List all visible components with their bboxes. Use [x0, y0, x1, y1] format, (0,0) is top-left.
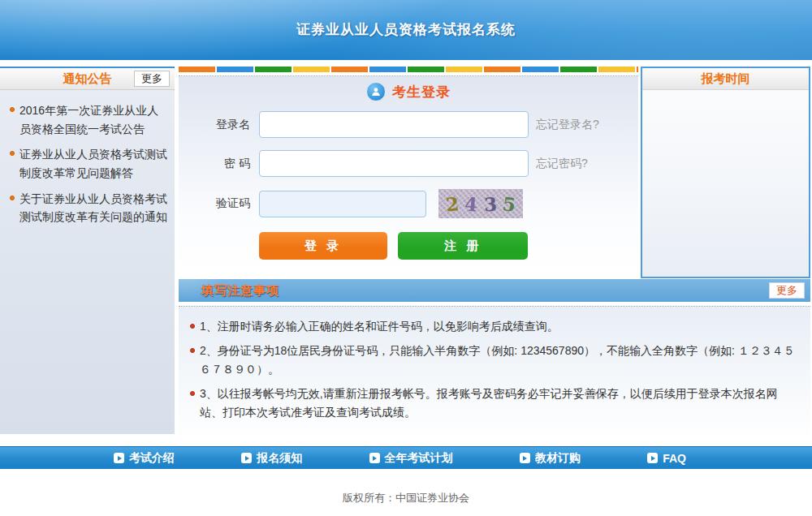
- arrow-icon: [647, 453, 658, 463]
- notice-link[interactable]: 2016年第一次证券业从业人员资格全国统一考试公告: [19, 101, 168, 138]
- note-text: 2、身份证号为18位居民身份证号码，只能输入半角数字（例如: 123456789…: [200, 342, 796, 379]
- footer: 版权所有：中国证券业协会: [0, 491, 812, 505]
- nav-inner: 考试介绍 报名须知 全年考试计划 教材订购 FAQ: [0, 447, 812, 469]
- password-row: 密 码 忘记密码?: [179, 150, 638, 177]
- page: 证券业从业人员资格考试报名系统 通知公告 更多 2016年第一次证券业从业人员资…: [0, 0, 812, 516]
- bullet-icon: [190, 348, 195, 353]
- nav-label: FAQ: [663, 452, 686, 465]
- note-item: 3、以往报考帐号均无效,请重新注册报考帐号。报考账号及密码务必牢记并妥善保存，以…: [188, 385, 796, 422]
- nav-item-registration-notes[interactable]: 报名须知: [241, 451, 302, 466]
- username-label: 登录名: [179, 118, 250, 132]
- nav-item-annual-exam-plan[interactable]: 全年考试计划: [369, 451, 453, 466]
- stripe-decoration: [179, 67, 638, 72]
- note-item: 2、身份证号为18位居民身份证号码，只能输入半角数字（例如: 123456789…: [188, 342, 796, 379]
- login-panel: 考生登录 登录名 忘记登录名? 密 码 忘记密码? 验证码 2 4 3 5 登 …: [179, 67, 638, 278]
- sidebar-title: 通知公告: [63, 71, 112, 87]
- password-label: 密 码: [179, 157, 250, 171]
- note-item: 1、注册时请务必输入正确的姓名和证件号码，以免影响考后成绩查询。: [188, 317, 796, 336]
- note-text: 1、注册时请务必输入正确的姓名和证件号码，以免影响考后成绩查询。: [200, 317, 559, 336]
- list-item[interactable]: 关于证券业从业人员资格考试测试制度改革有关问题的通知: [8, 190, 168, 226]
- copyright-text: 版权所有：中国证券业协会: [343, 492, 469, 504]
- notes-section: 填写注意事项 更多 1、注册时请务必输入正确的姓名和证件号码，以免影响考后成绩查…: [179, 279, 810, 442]
- notes-header: 填写注意事项 更多: [179, 279, 810, 302]
- nav-label: 报名须知: [257, 451, 302, 466]
- captcha-label: 验证码: [179, 196, 250, 211]
- bullet-icon: [10, 196, 15, 200]
- bullet-icon: [190, 324, 195, 329]
- user-icon: [366, 82, 386, 101]
- sidebar-header: 通知公告 更多: [0, 68, 175, 90]
- register-button[interactable]: 注 册: [398, 232, 528, 260]
- exam-time-panel: 报考时间: [641, 67, 810, 278]
- login-title: 考生登录: [392, 83, 451, 101]
- arrow-icon: [114, 453, 124, 463]
- note-text: 3、以往报考帐号均无效,请重新注册报考帐号。报考账号及密码务必牢记并妥善保存，以…: [200, 385, 796, 422]
- captcha-digit-0: 2: [445, 192, 460, 216]
- username-row: 登录名 忘记登录名?: [179, 111, 638, 138]
- nav-label: 教材订购: [535, 451, 581, 466]
- notice-link[interactable]: 证券业从业人员资格考试测试制度改革常见问题解答: [19, 145, 168, 182]
- captcha-digit-2: 3: [483, 192, 497, 215]
- button-row: 登 录 注 册: [179, 232, 638, 260]
- bullet-icon: [10, 151, 15, 156]
- notes-body: 1、注册时请务必输入正确的姓名和证件号码，以免影响考后成绩查询。 2、身份证号为…: [179, 307, 810, 442]
- notes-title: 填写注意事项: [201, 283, 279, 299]
- app-header: 证券业从业人员资格考试报名系统: [0, 0, 812, 60]
- arrow-icon: [520, 453, 530, 463]
- forgot-username-link[interactable]: 忘记登录名?: [536, 118, 599, 132]
- notice-link[interactable]: 关于证券业从业人员资格考试测试制度改革有关问题的通知: [19, 190, 168, 226]
- nav-item-faq[interactable]: FAQ: [647, 452, 686, 465]
- password-input[interactable]: [259, 150, 529, 177]
- captcha-row: 验证码 2 4 3 5: [179, 189, 638, 218]
- nav-label: 全年考试计划: [385, 451, 453, 466]
- dotted-divider: [179, 72, 638, 76]
- bullet-icon: [190, 391, 195, 396]
- captcha-input[interactable]: [259, 191, 426, 217]
- notice-sidebar: 通知公告 更多 2016年第一次证券业从业人员资格全国统一考试公告 证券业从业人…: [0, 67, 175, 434]
- login-header: 考生登录: [179, 82, 638, 101]
- login-button[interactable]: 登 录: [259, 232, 387, 260]
- list-item[interactable]: 证券业从业人员资格考试测试制度改革常见问题解答: [8, 145, 168, 182]
- forgot-password-link[interactable]: 忘记密码?: [536, 157, 588, 171]
- arrow-icon: [241, 453, 252, 463]
- nav-item-textbook-order[interactable]: 教材订购: [520, 451, 581, 466]
- captcha-image[interactable]: 2 4 3 5: [438, 189, 523, 218]
- bottom-nav: 考试介绍 报名须知 全年考试计划 教材订购 FAQ: [0, 446, 812, 469]
- sidebar-more-button[interactable]: 更多: [134, 71, 170, 87]
- username-input[interactable]: [259, 111, 529, 138]
- captcha-digit-3: 5: [501, 192, 516, 216]
- captcha-digit-1: 4: [464, 192, 479, 215]
- list-item[interactable]: 2016年第一次证券业从业人员资格全国统一考试公告: [8, 101, 168, 138]
- bullet-icon: [10, 107, 15, 112]
- notes-more-button[interactable]: 更多: [769, 282, 805, 299]
- arrow-icon: [369, 453, 380, 463]
- nav-label: 考试介绍: [129, 451, 175, 466]
- exam-time-title: 报考时间: [642, 68, 809, 90]
- notice-list: 2016年第一次证券业从业人员资格全国统一考试公告 证券业从业人员资格考试测试制…: [0, 90, 175, 226]
- nav-item-exam-intro[interactable]: 考试介绍: [114, 451, 175, 466]
- page-title: 证券业从业人员资格考试报名系统: [0, 0, 812, 60]
